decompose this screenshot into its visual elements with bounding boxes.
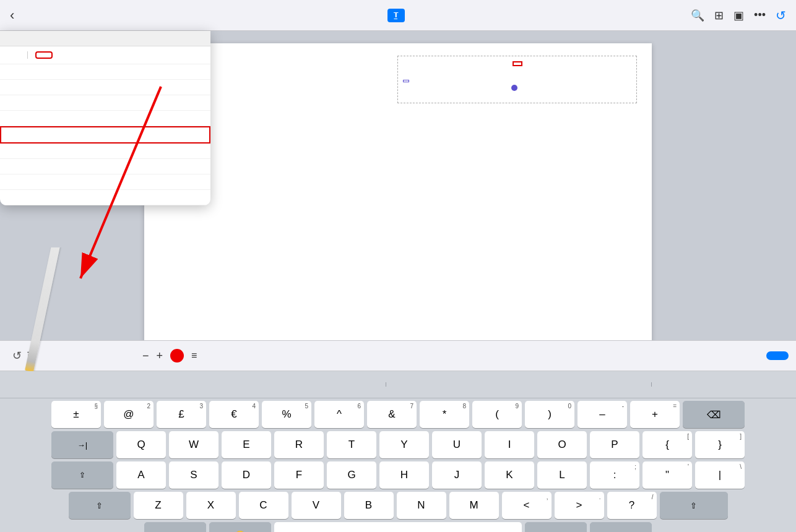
- key-capslock[interactable]: ⇪: [51, 461, 113, 489]
- key-rparen[interactable]: 0): [525, 401, 574, 428]
- suggestion-this[interactable]: [651, 381, 676, 388]
- suggestion-i[interactable]: [120, 381, 145, 388]
- space-key[interactable]: space: [274, 522, 522, 532]
- key-z[interactable]: Z: [134, 492, 183, 519]
- font-item-kohinoor-gujarati[interactable]: [0, 64, 210, 80]
- key-x[interactable]: X: [186, 492, 236, 519]
- key-euro[interactable]: 4€: [209, 401, 259, 428]
- toolbar-left: ‹: [10, 9, 14, 22]
- key-pipe[interactable]: \|: [695, 461, 745, 489]
- key-b[interactable]: B: [344, 492, 394, 519]
- grid-icon[interactable]: ⊞: [714, 9, 724, 22]
- square-icon[interactable]: ▣: [733, 9, 744, 22]
- font-item-menlo[interactable]: [0, 144, 210, 159]
- key-plus[interactable]: =+: [630, 401, 680, 428]
- font-item-lao-sangam[interactable]: [0, 95, 210, 111]
- key-pound[interactable]: 3£: [157, 401, 206, 428]
- key-m[interactable]: M: [449, 492, 499, 519]
- key-at[interactable]: 2@: [104, 401, 154, 428]
- key-h[interactable]: H: [379, 461, 429, 489]
- key-percent[interactable]: 5%: [262, 401, 311, 428]
- key-e[interactable]: E: [222, 431, 271, 458]
- font-item-myanmar[interactable]: [0, 190, 210, 205]
- search-icon[interactable]: 🔍: [691, 9, 704, 22]
- key-emoji[interactable]: 😊: [209, 522, 271, 532]
- key-g[interactable]: G: [327, 461, 376, 489]
- key-tab[interactable]: →|: [51, 431, 113, 458]
- add-text-button[interactable]: T̲: [387, 9, 409, 22]
- undo-icon[interactable]: ↺: [776, 8, 786, 23]
- key-v[interactable]: V: [292, 492, 341, 519]
- key-n[interactable]: N: [397, 492, 446, 519]
- key-shift[interactable]: ⇧: [69, 492, 131, 519]
- suggestion-we[interactable]: [386, 381, 410, 388]
- dist-handle[interactable]: [511, 85, 517, 91]
- doc-right-column: [397, 56, 637, 103]
- key-c[interactable]: C: [239, 492, 288, 519]
- key-p[interactable]: P: [590, 431, 639, 458]
- key-y[interactable]: Y: [379, 431, 429, 458]
- align-button[interactable]: ≡: [191, 350, 197, 361]
- done-button[interactable]: [766, 351, 789, 360]
- key-w[interactable]: W: [169, 431, 218, 458]
- key-caret[interactable]: 6^: [314, 401, 364, 428]
- bold-button[interactable]: [88, 346, 108, 366]
- key-dash[interactable]: -–: [578, 401, 627, 428]
- font-size-decrease[interactable]: −: [142, 350, 149, 361]
- back-button[interactable]: ‹: [10, 9, 14, 22]
- key-backspace[interactable]: ⌫: [683, 401, 745, 428]
- font-item-kohinoor-telugu[interactable]: [0, 80, 210, 95]
- font-styles-row: [0, 46, 210, 64]
- font-item-malayalam-sangam[interactable]: [0, 111, 210, 126]
- distribution-heading: [403, 80, 409, 82]
- color-picker[interactable]: [170, 349, 184, 363]
- font-item-mishaf[interactable]: [0, 159, 210, 174]
- key-lt[interactable]: ,<: [502, 492, 552, 519]
- undo-button[interactable]: ↺: [12, 349, 22, 363]
- top-toolbar: ‹ T̲ 🔍 ⊞ ▣ ••• ↺: [0, 0, 796, 31]
- key-colon[interactable]: ;:: [590, 461, 639, 489]
- key-f[interactable]: F: [274, 461, 324, 489]
- font-dropdown: [0, 31, 210, 205]
- key-u[interactable]: U: [432, 431, 482, 458]
- style-regular[interactable]: [10, 51, 20, 59]
- format-toolbar: ↺ ↻ − + ≡: [0, 340, 796, 371]
- key-d[interactable]: D: [222, 461, 271, 489]
- key-quote[interactable]: '": [642, 461, 692, 489]
- key-a[interactable]: A: [116, 461, 166, 489]
- key-j[interactable]: J: [432, 461, 482, 489]
- key-t[interactable]: T: [327, 431, 376, 458]
- key-hide-keyboard[interactable]: ⬇: [590, 522, 652, 532]
- key-gt[interactable]: .>: [555, 492, 604, 519]
- key-i[interactable]: I: [485, 431, 534, 458]
- italic-button[interactable]: [115, 346, 135, 366]
- font-size-increase[interactable]: +: [157, 350, 163, 361]
- redo-button[interactable]: ↻: [27, 349, 36, 363]
- key-row-bottom: абв 😊 space return ⬇: [2, 522, 794, 532]
- style-bold[interactable]: [35, 51, 53, 59]
- key-row-2: →| Q W E R T Y U I O P [{ ]}: [2, 431, 794, 458]
- key-star[interactable]: 8*: [420, 401, 469, 428]
- key-row-3: ⇪ A S D F G H J K L ;: '" \|: [2, 461, 794, 489]
- key-lparen[interactable]: 9(: [472, 401, 522, 428]
- key-q[interactable]: Q: [116, 431, 166, 458]
- key-rbrace[interactable]: ]}: [695, 431, 745, 458]
- key-l[interactable]: L: [537, 461, 587, 489]
- doc-content: [144, 43, 652, 116]
- font-item-marker-felt[interactable]: [0, 126, 210, 144]
- font-item-mukta[interactable]: [0, 174, 210, 190]
- key-o[interactable]: O: [537, 431, 587, 458]
- key-question[interactable]: /?: [607, 492, 657, 519]
- key-r[interactable]: R: [274, 431, 324, 458]
- key-return[interactable]: return: [525, 522, 587, 532]
- key-amp[interactable]: 7&: [367, 401, 417, 428]
- other-causes-heading-wrapper: [403, 61, 631, 66]
- key-s[interactable]: S: [169, 461, 218, 489]
- key-k[interactable]: K: [485, 461, 534, 489]
- more-icon[interactable]: •••: [754, 9, 766, 22]
- font-dropdown-title: [0, 31, 210, 46]
- key-plusminus[interactable]: §±: [51, 401, 101, 428]
- key-cyrillic[interactable]: абв: [144, 522, 206, 532]
- key-lbrace[interactable]: [{: [642, 431, 692, 458]
- key-shift-right[interactable]: ⇧: [660, 492, 728, 519]
